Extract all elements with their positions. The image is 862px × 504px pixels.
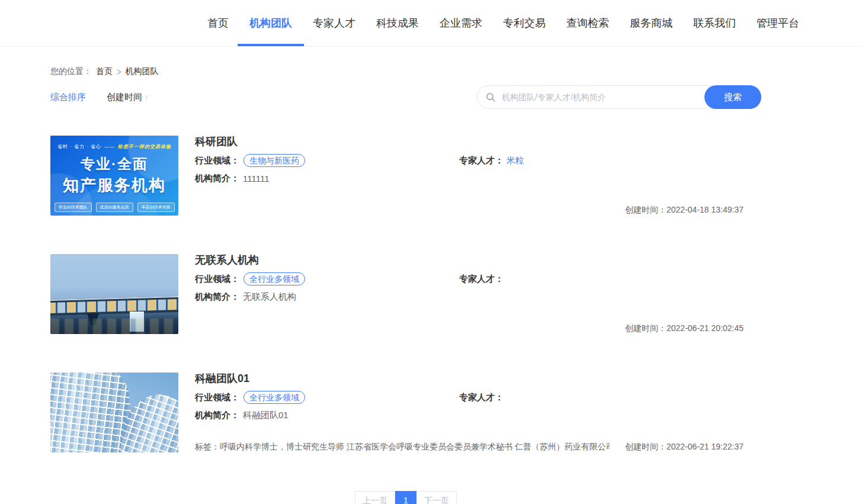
- banner-content: 省时 · 省力 · 省心 —— 给您不一样的交易体验 专业·全面 知产服务机构 …: [50, 136, 178, 212]
- org-meta-row: 行业领域： 全行业多领域 专家人才：: [195, 272, 761, 285]
- org-card-bottom: 标签：呼吸内科学博士，博士研究生导师 江苏省医学会呼吸专业委员会委员兼学术秘书 …: [195, 442, 761, 452]
- org-list: 省时 · 省力 · 省心 —— 给您不一样的交易体验 专业·全面 知产服务机构 …: [50, 136, 761, 452]
- banner-badge: 专业的技术团队: [55, 203, 92, 212]
- org-card-info: 科研团队 行业领域： 生物与新医药 专家人才： 米粒 机构简介： 111111: [195, 136, 761, 216]
- top-header: 首页 机构团队 专家人才 科技成果 企业需求 专利交易 查询检索 服务商城 联系…: [0, 0, 862, 47]
- water-reflection-shape: [50, 319, 178, 334]
- nav-item-contact-us[interactable]: 联系我们: [693, 0, 736, 46]
- pagination-page-1[interactable]: 1: [395, 491, 416, 504]
- sort-options: 综合排序 创建时间 ↑: [50, 92, 149, 103]
- pagination: 上一页 1 下一页: [50, 491, 761, 504]
- nav-item-service-mall[interactable]: 服务商城: [630, 0, 672, 46]
- industry-label: 行业领域：: [195, 274, 239, 285]
- created-value: 2022-04-18 13:49:37: [666, 205, 744, 214]
- search-button[interactable]: 搜索: [704, 85, 761, 109]
- experts-cell: 专家人才： 米粒: [459, 155, 524, 166]
- org-intro-row: 机构简介： 科融团队01: [195, 410, 761, 421]
- chevron-right-icon: >: [117, 66, 121, 78]
- experts-cell: 专家人才：: [459, 274, 504, 285]
- main-nav: 首页 机构团队 专家人才 科技成果 企业需求 专利交易 查询检索 服务商城 联系…: [0, 0, 862, 46]
- tags-label: 标签：: [195, 442, 220, 451]
- org-intro-row: 机构简介： 无联系人机构: [195, 291, 761, 303]
- created-value: 2022-06-21 20:02:45: [666, 323, 744, 333]
- created-value: 2022-06-21 19:22:37: [666, 442, 744, 451]
- org-card-info: 无联系人机构 行业领域： 全行业多领域 专家人才： 机构简介： 无联系人机构: [195, 254, 761, 334]
- created-label: 创建时间：: [625, 442, 666, 451]
- tags-line: 标签：呼吸内科学博士，博士研究生导师 江苏省医学会呼吸专业委员会委员兼学术秘书 …: [195, 442, 610, 452]
- intro-label: 机构简介：: [195, 410, 239, 421]
- intro-value: 111111: [243, 174, 270, 184]
- created-time: 创建时间：2022-06-21 19:22:37: [625, 442, 744, 452]
- nav-item-experts[interactable]: 专家人才: [313, 0, 355, 46]
- org-title[interactable]: 科研团队: [195, 136, 761, 147]
- sort-created-time-label: 创建时间: [107, 92, 142, 103]
- breadcrumb-current: 机构团队: [126, 66, 159, 77]
- org-card-bottom: 创建时间：2022-04-18 13:49:37: [195, 205, 761, 216]
- banner-badge: 优质的服务品质: [96, 203, 133, 212]
- industry-tag[interactable]: 全行业多领域: [243, 272, 305, 285]
- org-thumbnail-towers[interactable]: [50, 373, 178, 452]
- pagination-prev-button[interactable]: 上一页: [355, 491, 395, 504]
- banner-tagline-left: 省时 · 省力 · 省心: [57, 143, 101, 150]
- industry-label: 行业领域：: [195, 392, 239, 403]
- expert-link[interactable]: 米粒: [506, 155, 524, 165]
- intro-value: 科融团队01: [243, 410, 289, 421]
- org-card-3: 科融团队01 行业领域： 全行业多领域 专家人才： 机构简介： 科融团队01: [50, 373, 761, 452]
- nav-item-admin-platform[interactable]: 管理平台: [757, 0, 799, 46]
- experts-label: 专家人才：: [459, 155, 504, 165]
- building-photo-shape: [50, 296, 178, 316]
- org-title[interactable]: 无联系人机构: [195, 254, 761, 266]
- org-thumbnail-building[interactable]: [50, 254, 178, 334]
- banner-tagline-dash: ——: [104, 144, 115, 149]
- industry-tag[interactable]: 生物与新医药: [243, 154, 305, 167]
- experts-label: 专家人才：: [459, 392, 504, 402]
- breadcrumb-home-link[interactable]: 首页: [96, 66, 113, 77]
- org-title[interactable]: 科融团队01: [195, 373, 761, 384]
- experts-label: 专家人才：: [459, 274, 504, 284]
- nav-item-tech-achievements[interactable]: 科技成果: [376, 0, 419, 46]
- pagination-next-button[interactable]: 下一页: [416, 491, 457, 504]
- industry-tag[interactable]: 全行业多领域: [243, 391, 305, 404]
- industry-label: 行业领域：: [195, 155, 239, 166]
- banner-tagline-right: 给您不一样的交易体验: [118, 143, 171, 150]
- search-bar: 搜索: [477, 85, 761, 109]
- org-card-info: 科融团队01 行业领域： 全行业多领域 专家人才： 机构简介： 科融团队01: [195, 373, 761, 452]
- tags-value: 呼吸内科学博士，博士研究生导师 江苏省医学会呼吸专业委员会委员兼学术秘书 仁普（…: [220, 442, 610, 451]
- nav-item-org-teams[interactable]: 机构团队: [249, 0, 292, 46]
- industry-cell: 行业领域： 全行业多领域: [195, 272, 459, 285]
- org-meta-row: 行业领域： 生物与新医药 专家人才： 米粒: [195, 154, 761, 167]
- breadcrumb-prefix: 您的位置：: [50, 66, 92, 77]
- list-toolbar: 综合排序 创建时间 ↑ 搜索: [50, 85, 761, 109]
- search-icon: [486, 92, 496, 102]
- created-time: 创建时间：2022-04-18 13:49:37: [625, 205, 744, 216]
- intro-label: 机构简介：: [195, 173, 239, 184]
- org-meta-row: 行业领域： 全行业多领域 专家人才：: [195, 391, 761, 404]
- industry-cell: 行业领域： 生物与新医药: [195, 154, 459, 167]
- created-time: 创建时间：2022-06-21 20:02:45: [625, 323, 744, 334]
- org-card-1: 省时 · 省力 · 省心 —— 给您不一样的交易体验 专业·全面 知产服务机构 …: [50, 136, 761, 216]
- sort-created-time[interactable]: 创建时间 ↑: [107, 92, 149, 103]
- nav-item-search-retrieval[interactable]: 查询检索: [566, 0, 609, 46]
- org-intro-row: 机构简介： 111111: [195, 173, 761, 184]
- sort-ascending-icon: ↑: [145, 92, 149, 102]
- experts-cell: 专家人才：: [459, 392, 504, 403]
- intro-value: 无联系人机构: [243, 291, 296, 303]
- nav-item-enterprise-needs[interactable]: 企业需求: [440, 0, 482, 46]
- nav-item-patent-trade[interactable]: 专利交易: [503, 0, 546, 46]
- banner-title-line2: 知产服务机构: [50, 175, 178, 196]
- nav-item-home[interactable]: 首页: [207, 0, 229, 46]
- banner-tagline: 省时 · 省力 · 省心 —— 给您不一样的交易体验: [50, 143, 178, 150]
- main-content: 您的位置： 首页 > 机构团队 综合排序 创建时间 ↑ 搜索: [50, 66, 761, 504]
- industry-cell: 行业领域： 全行业多领域: [195, 391, 459, 404]
- org-card-2: 无联系人机构 行业领域： 全行业多领域 专家人才： 机构简介： 无联系人机构: [50, 254, 761, 334]
- banner-badges: 专业的技术团队 优质的服务品质 丰富的技术经验: [50, 203, 178, 212]
- search-input[interactable]: [501, 92, 701, 102]
- created-label: 创建时间：: [625, 205, 666, 214]
- banner-badge: 丰富的技术经验: [137, 203, 175, 212]
- breadcrumb: 您的位置： 首页 > 机构团队: [50, 66, 761, 77]
- banner-title-line1: 专业·全面: [50, 155, 178, 174]
- org-card-bottom: 创建时间：2022-06-21 20:02:45: [195, 323, 761, 334]
- sort-comprehensive[interactable]: 综合排序: [50, 92, 86, 103]
- created-label: 创建时间：: [625, 323, 666, 333]
- org-thumbnail-banner[interactable]: 省时 · 省力 · 省心 —— 给您不一样的交易体验 专业·全面 知产服务机构 …: [50, 136, 178, 216]
